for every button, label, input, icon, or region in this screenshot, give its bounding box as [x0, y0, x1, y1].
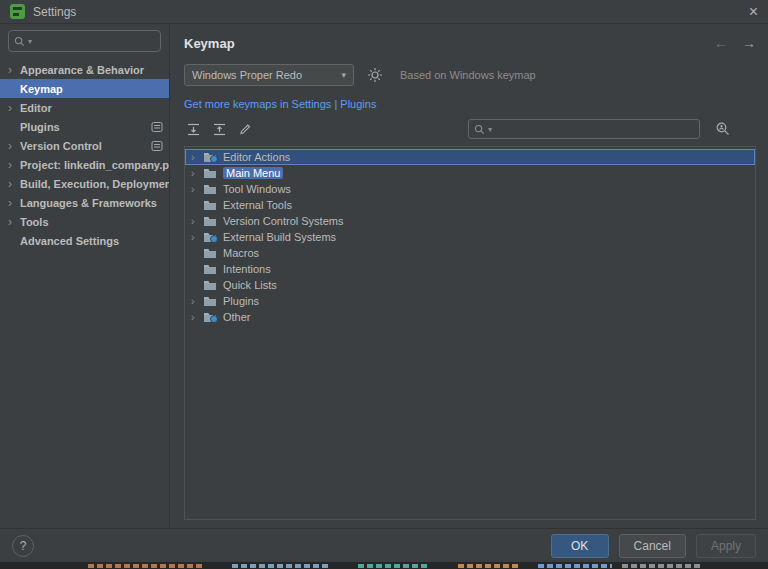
chevron-right-icon: ›: [8, 159, 20, 171]
console-text-fragment: [358, 564, 430, 568]
folder-icon: [203, 264, 219, 275]
tree-row-macros[interactable]: › Macros: [185, 245, 755, 261]
sidebar-item-label: Editor: [20, 102, 52, 114]
chevron-right-icon: ›: [191, 184, 203, 195]
tree-row-label: External Build Systems: [223, 231, 336, 243]
tree-row-label: Intentions: [223, 263, 271, 275]
sidebar-item-languages-frameworks[interactable]: › Languages & Frameworks: [0, 193, 169, 212]
sidebar-item-label: Project: linkedin_company.py: [20, 159, 169, 171]
search-filter-caret-icon: ▾: [28, 37, 32, 46]
tree-row-label: External Tools: [223, 199, 292, 211]
sidebar-search-box[interactable]: ▾: [8, 30, 161, 52]
tree-row-editor-actions[interactable]: › Editor Actions: [185, 149, 755, 165]
ok-button[interactable]: OK: [551, 534, 609, 558]
folder-icon: [203, 184, 219, 195]
tree-row-label: Other: [223, 311, 251, 323]
get-more-keymaps-link[interactable]: Get more keymaps in Settings | Plugins: [184, 98, 756, 110]
tree-row-label: Macros: [223, 247, 259, 259]
dialog-footer: ? OK Cancel Apply: [0, 528, 768, 562]
forward-arrow-icon[interactable]: →: [742, 35, 756, 51]
keymap-toolbar: ▾: [184, 118, 756, 140]
chevron-right-icon: ›: [191, 232, 203, 243]
console-text-fragment: [458, 564, 520, 568]
keymap-action-tree: › Editor Actions › Main Menu ›: [184, 146, 756, 520]
search-icon: [14, 36, 25, 47]
tree-row-external-build-systems[interactable]: › External Build Systems: [185, 229, 755, 245]
tree-row-tool-windows[interactable]: › Tool Windows: [185, 181, 755, 197]
sidebar-item-advanced-settings[interactable]: › Advanced Settings: [0, 231, 169, 250]
search-filter-caret-icon: ▾: [488, 125, 492, 134]
search-icon: [474, 124, 485, 135]
page-title: Keymap: [184, 36, 235, 51]
sidebar-item-tools[interactable]: › Tools: [0, 212, 169, 231]
tree-row-intentions[interactable]: › Intentions: [185, 261, 755, 277]
sidebar-search-input[interactable]: [35, 35, 155, 47]
sidebar-item-plugins[interactable]: › Plugins: [0, 117, 169, 136]
keymap-scheme-value: Windows Proper Redo: [192, 69, 302, 81]
sidebar-item-label: Plugins: [20, 121, 60, 133]
tree-row-label: Tool Windows: [223, 183, 291, 195]
chevron-right-icon: ›: [191, 168, 203, 179]
folder-icon: [203, 152, 219, 163]
console-text-fragment: [88, 564, 204, 568]
sidebar-item-label: Languages & Frameworks: [20, 197, 157, 209]
chevron-right-icon: ›: [8, 216, 20, 228]
cancel-button[interactable]: Cancel: [619, 534, 686, 558]
sidebar-item-editor[interactable]: › Editor: [0, 98, 169, 117]
close-icon[interactable]: ×: [749, 4, 758, 20]
background-terminal-strip: [0, 562, 768, 569]
chevron-right-icon: ›: [191, 296, 203, 307]
external-settings-icon: [151, 121, 163, 133]
sidebar-item-label: Keymap: [20, 83, 63, 95]
dialog-titlebar: Settings ×: [0, 0, 768, 24]
tree-row-quick-lists[interactable]: › Quick Lists: [185, 277, 755, 293]
pycharm-app-icon: [10, 4, 25, 19]
tree-row-other[interactable]: › Other: [185, 309, 755, 325]
tree-row-main-menu[interactable]: › Main Menu: [185, 165, 755, 181]
tree-row-external-tools[interactable]: › External Tools: [185, 197, 755, 213]
sidebar-item-appearance-behavior[interactable]: › Appearance & Behavior: [0, 60, 169, 79]
folder-icon: [203, 248, 219, 259]
keymap-search-box[interactable]: ▾: [468, 119, 700, 139]
chevron-right-icon: ›: [8, 102, 20, 114]
settings-sidebar: ▾ › Appearance & Behavior › Keymap › Edi…: [0, 24, 170, 528]
sidebar-item-keymap[interactable]: › Keymap: [0, 79, 169, 98]
tree-row-plugins[interactable]: › Plugins: [185, 293, 755, 309]
folder-icon: [203, 216, 219, 227]
folder-icon: [203, 312, 219, 323]
help-button[interactable]: ?: [12, 535, 34, 557]
chevron-right-icon: ›: [191, 216, 203, 227]
chevron-right-icon: ›: [8, 197, 20, 209]
sidebar-item-label: Version Control: [20, 140, 102, 152]
console-text-fragment: [232, 564, 330, 568]
based-on-label: Based on Windows keymap: [400, 69, 536, 81]
folder-icon: [203, 296, 219, 307]
tree-row-label: Editor Actions: [223, 151, 290, 163]
sidebar-item-label: Appearance & Behavior: [20, 64, 144, 76]
sidebar-item-label: Advanced Settings: [20, 235, 119, 247]
sidebar-item-build-execution-deployment[interactable]: › Build, Execution, Deployment: [0, 174, 169, 193]
sidebar-item-label: Build, Execution, Deployment: [20, 178, 169, 190]
folder-icon: [203, 280, 219, 291]
chevron-right-icon: ›: [8, 178, 20, 190]
settings-dialog: Settings × ▾ › Appearance & Behavior › K…: [0, 0, 768, 562]
expand-all-icon[interactable]: [184, 120, 202, 138]
folder-icon: [203, 232, 219, 243]
keymap-scheme-dropdown[interactable]: Windows Proper Redo ▾: [184, 64, 354, 86]
edit-pencil-icon[interactable]: [236, 120, 254, 138]
sidebar-item-project[interactable]: › Project: linkedin_company.py: [0, 155, 169, 174]
keymap-search-input[interactable]: [495, 123, 694, 135]
console-text-fragment: [622, 564, 702, 568]
tree-row-version-control-systems[interactable]: › Version Control Systems: [185, 213, 755, 229]
external-settings-icon: [151, 140, 163, 152]
apply-button[interactable]: Apply: [696, 534, 756, 558]
back-arrow-icon[interactable]: ←: [714, 35, 728, 51]
gear-icon[interactable]: [366, 66, 384, 84]
sidebar-item-version-control[interactable]: › Version Control: [0, 136, 169, 155]
tree-row-label: Main Menu: [223, 167, 283, 179]
collapse-all-icon[interactable]: [210, 120, 228, 138]
console-text-fragment: [538, 564, 612, 568]
chevron-right-icon: ›: [191, 312, 203, 323]
tree-row-label: Version Control Systems: [223, 215, 343, 227]
find-actions-by-shortcut-icon[interactable]: [714, 120, 732, 138]
